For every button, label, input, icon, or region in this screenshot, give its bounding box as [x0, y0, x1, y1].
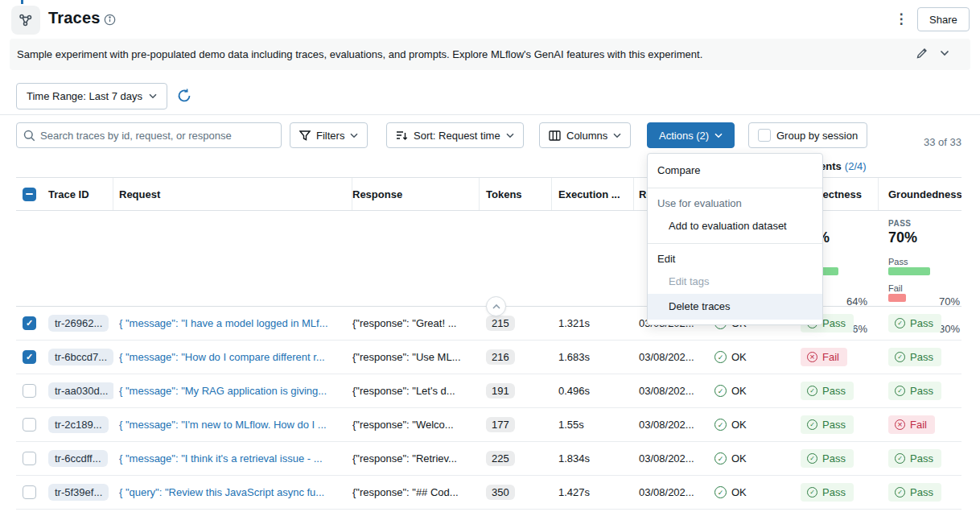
table-row[interactable]: tr-2c189... { "message": "I'm new to MLf… [16, 408, 961, 442]
select-all-checkbox[interactable] [23, 188, 36, 201]
request-link[interactable]: { "message": "I have a model logged in M… [119, 317, 328, 329]
trace-id-pill[interactable]: tr-5f39ef... [48, 484, 109, 501]
row-checkbox[interactable] [23, 316, 36, 330]
badge-status-icon [807, 453, 817, 464]
row-checkbox[interactable] [23, 485, 36, 499]
menu-item-edit-tags: Edit tags [648, 270, 822, 294]
response-text: {"response": "Retriev... [352, 452, 457, 465]
trace-route-icon [19, 13, 33, 27]
request-link[interactable]: { "message": "I think it's a retrieval i… [119, 452, 323, 465]
trace-id-pill[interactable]: tr-aa030d... [48, 382, 113, 399]
tokens-pill: 350 [486, 485, 515, 500]
trace-id-pill[interactable]: tr-2c189... [48, 416, 109, 433]
sort-icon [396, 130, 408, 141]
correctness-badge: Fail [801, 348, 847, 366]
bar-ground-pass [888, 267, 930, 275]
menu-divider [648, 188, 822, 188]
request-link[interactable]: { "query": "Review this JavaScript async… [119, 486, 324, 498]
edit-description-pencil-icon[interactable] [916, 47, 929, 60]
request-time: 03/08/202... [639, 486, 694, 498]
row-checkbox[interactable] [23, 350, 36, 364]
actions-dropdown-menu: Compare Use for evaluation Add to evalua… [647, 153, 823, 325]
menu-item-delete-traces[interactable]: Delete traces [648, 294, 822, 320]
divider [0, 114, 980, 115]
request-time: 03/08/202... [639, 419, 694, 431]
badge-status-icon [807, 352, 817, 362]
header-execution[interactable]: Execution ... [552, 178, 634, 210]
badge-status-icon [895, 487, 905, 498]
correctness-badge: Pass [801, 483, 854, 502]
info-icon[interactable] [104, 14, 116, 26]
chevron-down-icon [613, 133, 621, 138]
response-text: {"response": "Let's d... [352, 385, 455, 397]
header-groundedness[interactable]: Groundedness [879, 178, 961, 210]
request-time: 03/08/202... [639, 351, 694, 363]
search-icon [23, 130, 35, 142]
groundedness-pass-value: 70% [888, 229, 961, 246]
groundedness-badge: Fail [888, 415, 935, 434]
groundedness-badge: Pass [888, 382, 941, 400]
groundedness-summary: PASS 70% Pass Fail 70% 30% [879, 211, 961, 307]
trace-id-pill[interactable]: tr-6ccdff... [48, 450, 108, 467]
menu-section-edit: Edit [648, 249, 822, 270]
filter-funnel-icon [299, 130, 311, 141]
header-request[interactable]: Request [113, 178, 352, 210]
correctness-badge: Pass [801, 415, 854, 434]
time-range-dropdown[interactable]: Time Range: Last 7 days [16, 83, 167, 109]
request-link[interactable]: { "message": "How do I compare different… [119, 351, 325, 363]
traces-icon-box [11, 6, 40, 35]
groundedness-badge: Pass [888, 449, 941, 468]
menu-divider [648, 243, 822, 244]
trace-id-pill[interactable]: tr-26962... [48, 315, 109, 332]
badge-status-icon [895, 386, 905, 396]
badge-status-icon [807, 419, 817, 430]
menu-item-add-to-evaluation-dataset[interactable]: Add to evaluation dataset [648, 214, 822, 238]
ok-check-icon [714, 486, 727, 498]
collapse-summary-button[interactable] [486, 296, 506, 316]
filters-button[interactable]: Filters [290, 122, 368, 148]
group-by-session-checkbox[interactable] [758, 129, 771, 142]
request-link[interactable]: { "message": "My RAG application is givi… [119, 385, 327, 397]
row-checkbox[interactable] [23, 384, 36, 398]
table-row[interactable]: tr-6bccd7... { "message": "How do I comp… [16, 341, 961, 374]
tokens-pill: 216 [486, 349, 515, 365]
header-tokens[interactable]: Tokens [480, 178, 552, 210]
search-box [16, 122, 282, 148]
refresh-icon[interactable] [176, 88, 192, 104]
state-value: OK [714, 351, 747, 363]
badge-status-icon [807, 487, 817, 498]
correctness-badge: Pass [801, 382, 854, 400]
execution-time: 1.683s [558, 351, 590, 363]
sort-button[interactable]: Sort: Request time [386, 122, 524, 148]
row-checkbox[interactable] [23, 418, 36, 431]
table-row[interactable]: tr-6ccdff... { "message": "I think it's … [16, 442, 961, 476]
request-time: 03/08/202... [639, 385, 694, 397]
table-row[interactable]: tr-aa030d... { "message": "My RAG applic… [16, 374, 961, 408]
share-button[interactable]: Share [917, 7, 970, 31]
request-link[interactable]: { "message": "I'm new to MLflow. How do … [119, 419, 327, 431]
chevron-down-icon [506, 133, 514, 138]
menu-item-compare[interactable]: Compare [648, 159, 822, 183]
header-response[interactable]: Response [352, 178, 480, 210]
trace-id-pill[interactable]: tr-6bccd7... [48, 349, 113, 365]
table-row[interactable]: tr-5f39ef... { "query": "Review this Jav… [16, 476, 961, 510]
search-input[interactable] [40, 130, 274, 142]
execution-time: 1.427s [558, 486, 590, 498]
chevron-down-icon [714, 133, 723, 138]
header-trace-id[interactable]: Trace ID [40, 178, 113, 210]
page-title: Traces [48, 9, 101, 27]
response-text: {"response": "Welco... [352, 419, 454, 431]
request-time: 03/08/202... [639, 452, 694, 465]
columns-button[interactable]: Columns [539, 122, 631, 148]
ok-check-icon [714, 385, 727, 397]
overflow-menu-icon[interactable]: ⋮ [893, 9, 909, 30]
execution-time: 1.55s [558, 419, 584, 431]
badge-status-icon [895, 352, 905, 362]
group-by-session-toggle[interactable]: Group by session [748, 122, 867, 148]
banner-expand-chevron-icon[interactable] [940, 50, 949, 56]
chevron-down-icon [350, 133, 358, 138]
actions-button[interactable]: Actions (2) [647, 122, 735, 148]
row-checkbox[interactable] [23, 452, 36, 465]
execution-time: 1.834s [558, 452, 590, 465]
tokens-pill: 191 [486, 383, 515, 398]
